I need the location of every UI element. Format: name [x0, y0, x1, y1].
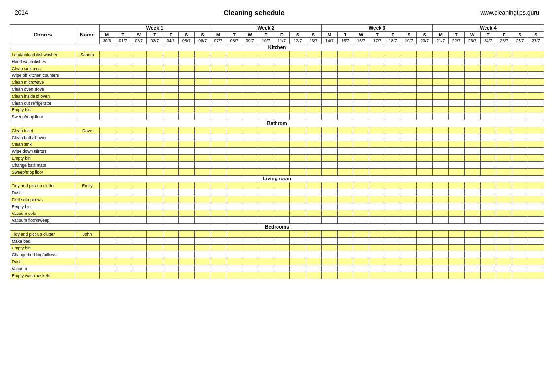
day-cell[interactable] — [369, 79, 385, 86]
day-cell[interactable] — [194, 238, 210, 245]
day-cell[interactable] — [210, 141, 226, 148]
day-cell[interactable] — [433, 196, 449, 203]
day-cell[interactable] — [369, 189, 385, 196]
day-cell[interactable] — [512, 203, 528, 210]
day-cell[interactable] — [210, 93, 226, 100]
day-cell[interactable] — [115, 196, 131, 203]
day-cell[interactable] — [417, 148, 433, 155]
day-cell[interactable] — [496, 72, 512, 79]
day-cell[interactable] — [226, 86, 242, 93]
day-cell[interactable] — [210, 86, 226, 93]
day-cell[interactable] — [401, 79, 416, 86]
day-cell[interactable] — [226, 272, 242, 279]
day-cell[interactable] — [258, 245, 274, 251]
day-cell[interactable] — [321, 162, 337, 169]
day-cell[interactable] — [433, 141, 449, 148]
day-cell[interactable] — [417, 155, 433, 162]
day-cell[interactable] — [449, 203, 464, 210]
day-cell[interactable] — [258, 238, 274, 245]
day-cell[interactable] — [178, 72, 194, 79]
day-cell[interactable] — [433, 72, 449, 79]
day-cell[interactable] — [178, 169, 194, 176]
day-cell[interactable] — [385, 189, 401, 196]
day-cell[interactable] — [115, 141, 131, 148]
day-cell[interactable] — [226, 238, 242, 245]
day-cell[interactable] — [496, 113, 512, 120]
day-cell[interactable] — [210, 265, 226, 272]
day-cell[interactable] — [226, 65, 242, 72]
day-cell[interactable] — [163, 155, 178, 162]
day-cell[interactable] — [528, 182, 544, 189]
day-cell[interactable] — [401, 231, 416, 238]
day-cell[interactable] — [480, 203, 496, 210]
day-cell[interactable] — [306, 238, 321, 245]
day-cell[interactable] — [226, 189, 242, 196]
day-cell[interactable] — [99, 127, 115, 134]
day-cell[interactable] — [464, 127, 480, 134]
day-cell[interactable] — [147, 196, 163, 203]
day-cell[interactable] — [528, 245, 544, 251]
day-cell[interactable] — [528, 251, 544, 258]
day-cell[interactable] — [210, 217, 226, 224]
day-cell[interactable] — [115, 265, 131, 272]
day-cell[interactable] — [417, 189, 433, 196]
day-cell[interactable] — [258, 251, 274, 258]
day-cell[interactable] — [147, 189, 163, 196]
day-cell[interactable] — [274, 65, 290, 72]
day-cell[interactable] — [226, 113, 242, 120]
day-cell[interactable] — [258, 72, 274, 79]
day-cell[interactable] — [528, 203, 544, 210]
day-cell[interactable] — [369, 265, 385, 272]
day-cell[interactable] — [210, 272, 226, 279]
day-cell[interactable] — [433, 148, 449, 155]
day-cell[interactable] — [353, 134, 369, 141]
day-cell[interactable] — [321, 86, 337, 93]
day-cell[interactable] — [115, 272, 131, 279]
day-cell[interactable] — [369, 272, 385, 279]
day-cell[interactable] — [512, 134, 528, 141]
day-cell[interactable] — [449, 65, 464, 72]
day-cell[interactable] — [115, 107, 131, 113]
day-cell[interactable] — [274, 238, 290, 245]
day-cell[interactable] — [464, 258, 480, 265]
day-cell[interactable] — [464, 169, 480, 176]
day-cell[interactable] — [258, 79, 274, 86]
day-cell[interactable] — [306, 251, 321, 258]
day-cell[interactable] — [353, 217, 369, 224]
day-cell[interactable] — [353, 148, 369, 155]
day-cell[interactable] — [163, 245, 178, 251]
day-cell[interactable] — [274, 245, 290, 251]
day-cell[interactable] — [369, 86, 385, 93]
day-cell[interactable] — [258, 265, 274, 272]
day-cell[interactable] — [417, 217, 433, 224]
day-cell[interactable] — [480, 72, 496, 79]
day-cell[interactable] — [401, 113, 416, 120]
day-cell[interactable] — [147, 258, 163, 265]
day-cell[interactable] — [449, 231, 464, 238]
day-cell[interactable] — [480, 182, 496, 189]
day-cell[interactable] — [194, 169, 210, 176]
day-cell[interactable] — [290, 86, 306, 93]
day-cell[interactable] — [449, 148, 464, 155]
day-cell[interactable] — [178, 258, 194, 265]
day-cell[interactable] — [496, 251, 512, 258]
day-cell[interactable] — [258, 113, 274, 120]
day-cell[interactable] — [147, 72, 163, 79]
day-cell[interactable] — [433, 93, 449, 100]
day-cell[interactable] — [290, 189, 306, 196]
day-cell[interactable] — [496, 148, 512, 155]
day-cell[interactable] — [353, 210, 369, 217]
day-cell[interactable] — [306, 93, 321, 100]
day-cell[interactable] — [496, 65, 512, 72]
day-cell[interactable] — [258, 86, 274, 93]
day-cell[interactable] — [226, 72, 242, 79]
day-cell[interactable] — [290, 72, 306, 79]
day-cell[interactable] — [210, 203, 226, 210]
day-cell[interactable] — [417, 51, 433, 58]
day-cell[interactable] — [178, 113, 194, 120]
day-cell[interactable] — [480, 231, 496, 238]
day-cell[interactable] — [242, 217, 258, 224]
day-cell[interactable] — [496, 245, 512, 251]
day-cell[interactable] — [274, 169, 290, 176]
day-cell[interactable] — [115, 231, 131, 238]
